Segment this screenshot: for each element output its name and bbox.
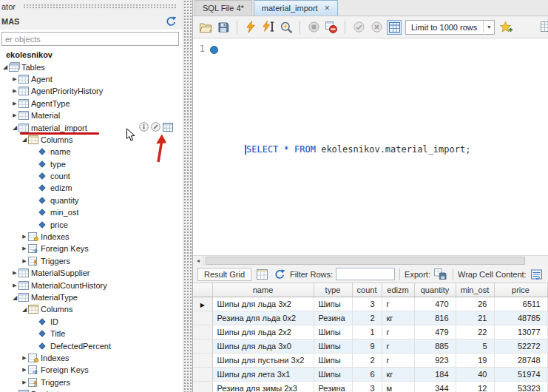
cell[interactable]: 1 (352, 325, 382, 339)
cell[interactable]: 19 (456, 354, 494, 368)
tree-item-ekolesnikov[interactable]: ekolesnikov (0, 49, 183, 61)
row-selector-cell[interactable] (193, 339, 212, 354)
cell[interactable]: 184 (414, 368, 456, 382)
table-row[interactable]: Шипы для лета 3x1Шипы6кг1844051974 (193, 368, 547, 382)
cell[interactable]: Шипы для льда 3x2 (212, 297, 314, 311)
cell[interactable]: 3 (352, 297, 382, 311)
tree-item-count[interactable]: count (0, 170, 183, 182)
row-selector-cell[interactable] (193, 325, 212, 339)
expander-closed-icon[interactable]: ▶ (11, 112, 18, 118)
tree-item-materialcounthistory[interactable]: ▶MaterialCountHistory (0, 279, 183, 291)
cell[interactable]: Шипы для льда 3x0 (212, 339, 314, 354)
cell[interactable]: Шипы (314, 297, 352, 311)
cell[interactable]: Шипы для пустыни 3x2 (212, 354, 314, 368)
column-header-edizm[interactable]: edizm (382, 283, 414, 297)
explain-icon[interactable] (279, 20, 294, 35)
open-script-icon[interactable] (198, 20, 213, 35)
tree-item-material[interactable]: ▶Material (0, 109, 183, 121)
row-selector-cell[interactable] (193, 382, 212, 392)
tree-item-triggers[interactable]: ▶Triggers (0, 376, 183, 388)
column-header-quantity[interactable]: quantity (414, 283, 456, 297)
cell[interactable]: кг (382, 368, 414, 382)
cell[interactable]: 923 (414, 354, 456, 368)
table-data-icon[interactable] (163, 123, 173, 132)
table-row[interactable]: Шипы для льда 3x0Шипы9г885552272 (193, 339, 547, 354)
cell[interactable]: 9 (352, 339, 382, 354)
cell[interactable]: Шипы для льда 2x2 (212, 325, 314, 339)
tree-item-materialtype[interactable]: ◢MaterialType (0, 291, 183, 303)
tree-item-id[interactable]: ID (0, 316, 183, 328)
row-selector-cell[interactable] (193, 368, 212, 382)
cell[interactable]: 816 (414, 311, 456, 325)
cell[interactable]: 40 (456, 368, 494, 382)
expander-closed-icon[interactable]: ▶ (21, 246, 28, 251)
tree-item-tables[interactable]: ◢Tables (0, 61, 183, 72)
cell[interactable]: кг (382, 311, 414, 325)
cell[interactable]: 2 (352, 311, 382, 325)
export-icon[interactable] (433, 267, 448, 282)
tree-item-quantity[interactable]: quantity (0, 195, 183, 206)
cell[interactable]: Шипы (314, 325, 352, 339)
refresh-results-icon[interactable] (272, 267, 287, 282)
cell[interactable]: 28748 (494, 354, 547, 368)
table-row[interactable]: Шипы для льда 2x2Шипы1г4792213077 (193, 325, 547, 339)
table-row[interactable]: ▶Шипы для льда 3x2Шипы3г470266511 (193, 297, 547, 311)
hscrollbar-thumb[interactable] (206, 257, 525, 265)
cell[interactable]: 51974 (494, 368, 547, 382)
limit-rows-dropdown[interactable]: Limit to 1000 rows ▾ (405, 20, 495, 35)
cell[interactable]: Шипы (314, 354, 352, 368)
cell[interactable]: 3 (352, 382, 382, 392)
tree-item-foreign-keys[interactable]: ▶Foreign Keys (0, 243, 183, 254)
sql-editor[interactable]: 1 SELECT * FROM ekolesnikov.material_imp… (193, 39, 548, 255)
tree-item-agenttype[interactable]: ▶AgentType (0, 98, 183, 109)
expander-closed-icon[interactable]: ▶ (11, 270, 18, 276)
cell[interactable]: 885 (414, 339, 456, 354)
cell[interactable]: м (382, 382, 414, 392)
tree-item-product[interactable]: ▶Product (0, 388, 183, 392)
column-header-name[interactable]: name (212, 283, 314, 297)
cell[interactable]: 12 (456, 382, 494, 392)
expander-closed-icon[interactable]: ▶ (21, 234, 28, 240)
cell[interactable]: Шипы для лета 3x1 (212, 368, 314, 382)
filter-rows-input[interactable] (336, 268, 395, 280)
schemas-refresh-icon[interactable] (165, 16, 177, 27)
cell[interactable]: 21 (456, 311, 494, 325)
cell[interactable]: Резина (314, 311, 352, 325)
tree-item-title[interactable]: Title (0, 328, 183, 339)
beautify-grid-icon[interactable] (538, 19, 548, 34)
commit-icon[interactable] (351, 20, 366, 35)
sidebar-splitter-scrollbar[interactable] (183, 0, 192, 392)
cell[interactable]: 6511 (494, 297, 547, 311)
expander-open-icon[interactable]: ◢ (11, 294, 18, 301)
cell[interactable]: 53323 (494, 382, 547, 392)
cell[interactable]: Резина (314, 382, 352, 392)
cell[interactable]: г (382, 339, 414, 354)
row-selector-cell[interactable] (193, 354, 212, 368)
tree-item-agentpriorityhistory[interactable]: ▶AgentPriorityHistory (0, 85, 183, 97)
cell[interactable]: 2 (352, 354, 382, 368)
snippet-star-icon[interactable] (498, 20, 513, 35)
table-row[interactable]: Резина для льда 0x2Резина2кг8162148785 (193, 311, 547, 325)
result-grid-icon[interactable] (254, 267, 269, 282)
schema-filter-input[interactable] (1, 32, 179, 46)
cell[interactable]: г (382, 354, 414, 368)
cell[interactable]: 470 (414, 297, 456, 311)
cell[interactable]: г (382, 325, 414, 339)
column-header-type[interactable]: type (314, 283, 352, 297)
expander-closed-icon[interactable]: ▶ (11, 76, 18, 82)
expander-closed-icon[interactable]: ▶ (21, 379, 28, 385)
scroll-left-button[interactable]: ◂ (193, 256, 204, 266)
cell[interactable]: 6 (352, 368, 382, 382)
autocommit-icon[interactable] (387, 20, 402, 35)
expander-open-icon[interactable]: ◢ (21, 306, 28, 313)
cell[interactable]: 52272 (494, 339, 547, 354)
save-icon[interactable] (216, 20, 231, 35)
expander-closed-icon[interactable]: ▶ (21, 258, 28, 264)
table-settings-wrench-icon[interactable] (151, 122, 160, 132)
table-row[interactable]: Резина для зимы 2x3Резина3м3441253323 (193, 382, 547, 392)
cell[interactable]: 5 (456, 339, 494, 354)
close-tab-icon[interactable]: × (325, 4, 330, 12)
rollback-icon[interactable] (369, 20, 384, 35)
row-selector-cell[interactable] (193, 311, 212, 325)
tree-item-indexes[interactable]: ▶Indexes (0, 352, 183, 364)
